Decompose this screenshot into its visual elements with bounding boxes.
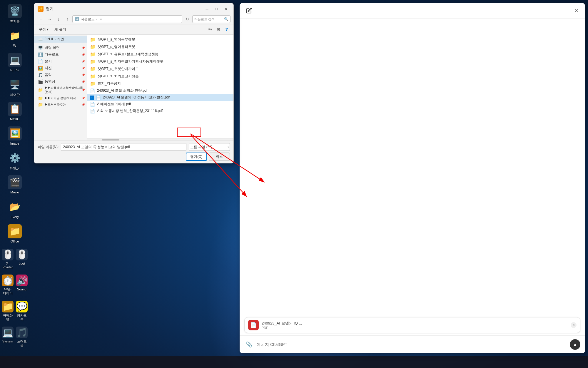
folder-icon-6: 📁 [90,73,96,79]
desktop-icon-control[interactable]: 🖥️ 제어판 [2,76,28,98]
file-item-chatgpt5[interactable]: 📁 챗GPT_s_챗봇안내가이드 [87,65,233,73]
sidebar-item-photos[interactable]: 🖼️ 사진 📌 [34,65,87,71]
nav-dropdown-button[interactable]: ↓ [55,15,62,23]
chat-input-area: 📎 ▲ [240,335,585,353]
nav-up-button[interactable]: ↑ [64,15,71,23]
sidebar-books-label: ▶도서부록(CD) [45,103,66,107]
file-item-pdf3[interactable]: 📄 AI에이전트의미래.pdf [87,101,233,108]
view-list-button[interactable]: ≡▾ [206,26,214,33]
file-item-pdf1[interactable]: 📄 240923_AI 모델 최적화 전략.pdf [87,87,233,94]
address-bar[interactable]: ⬇️ 다운로드 › ▾ [72,15,182,23]
buttons-row: 열기(O) 취소 [38,153,230,161]
filename-input[interactable] [61,143,186,151]
new-folder-button[interactable]: 새 폴더 [53,26,68,33]
search-input[interactable] [194,17,223,21]
desktop-icon-office[interactable]: 📁 Office [2,223,28,245]
file-name-2: 챗GPT_s_영어튜터챗봇 [98,44,135,49]
compose-button[interactable]: 구성 ▾ [37,26,50,33]
file-item-chatgpt1[interactable]: 📁 챗GPT_s_영어공부챗봇 [87,36,233,43]
desktop-icon-barang[interactable]: 📁 바탕화면 [1,300,14,322]
sidebar: ☁️ JIN IL - 개인 🖥️ 바탕 화면 📌 ⬇️ 다운로드 📌 📄 문서 [34,35,87,140]
image-icon: 🖼️ [8,126,22,140]
nav-forward-button[interactable]: → [46,15,54,23]
scroll-thumb[interactable] [102,139,119,140]
desktop-icon-system[interactable]: 💻 System [1,325,14,348]
desktop-icon-movie[interactable]: 🎬 Movie [2,174,28,195]
search-bar[interactable]: 🔍 [192,15,230,23]
horizontal-scrollbar[interactable] [87,138,233,140]
sidebar-item-video[interactable]: 🎬 동영상 📌 [34,78,87,85]
desktop-icon-every[interactable]: 📂 Every [2,199,28,220]
address-separator: › [96,18,97,21]
file-item-pdf4[interactable]: 📄 AI와 노동시장 변화_한국은행_231116.pdf [87,108,233,114]
dialog-title-bar: ✨ 열기 ─ □ ✕ [34,3,233,14]
chat-send-button[interactable]: ▲ [570,339,580,350]
maximize-button[interactable]: □ [212,6,220,12]
movie-label: Movie [10,190,19,194]
mypc-icon: 💻 [8,53,22,67]
desktop-icon-recyclebin[interactable]: 🗑️ 휴지통 [2,3,28,24]
desktop-icon-mypc[interactable]: 💻 내 PC [2,52,28,73]
attachment-info: 240923_AI 모델의 IQ ... PDF [262,321,568,329]
attachment-remove-button[interactable]: × [571,322,577,328]
chatgpt-close-button[interactable]: ✕ [572,6,580,15]
file-item-chatgpt6[interactable]: 📁 챗GPT_s_회의보고서챗봇 [87,73,233,80]
view-details-button[interactable]: ⊟ [215,26,222,33]
file-item-chatgpt4[interactable]: 📁 챗GPT_s_전자책발간기획서자동제작챗봇 [87,58,233,65]
desktop-icon-norae[interactable]: 🎵 노래모음 [15,325,28,348]
refresh-button[interactable]: ↻ [183,15,191,23]
file-item-cover[interactable]: 📁 표지_각종공지 [87,80,233,87]
view-help-button[interactable]: ? [223,26,230,33]
open-button[interactable]: 열기(O) [186,153,207,161]
sidebar-item-books[interactable]: 📁 ▶도서부록(CD) 📌 [34,101,87,108]
image-label: Image [10,142,19,145]
dialog-title-text: 열기 [46,6,54,11]
cancel-button[interactable]: 취소 [209,153,230,161]
file-name-6: 챗GPT_s_회의보고서챗봇 [98,74,139,79]
desktop-icon-sound[interactable]: 🔊 Sound [15,273,28,296]
desktop-icon-mybc[interactable]: 📋 MYBC [2,101,28,122]
icon-row-tools: 🖱️ X-Pointer 🖱️ Logi [1,247,28,270]
norae-label: 노래모음 [16,339,27,347]
sidebar-photos-label: 사진 [45,66,52,71]
jinil-label: JIN IL - 개인 [45,37,64,42]
nav-back-button[interactable]: ← [37,15,45,23]
wfolder-icon: 📁 [8,29,22,43]
movie-icon: 🎬 [8,175,22,189]
sidebar-music-pin: 📌 [82,73,85,76]
filetype-select[interactable]: 모든 파일 (*.*) [189,143,230,151]
file-name-pdf3: AI에이전트의미래.pdf [97,102,131,107]
file-item-chatgpt2[interactable]: 📁 챗GPT_s_영어튜터챗봇 [87,43,233,51]
filename-row: 파일 이름(N): 모든 파일 (*.*) ▾ [38,143,230,151]
file-item-chatgpt3[interactable]: 📁 챗GPT_s_유튜브+블로그제목생성챗봇 [87,51,233,58]
dialog-close-button[interactable]: ✕ [222,6,230,12]
kakao-label: 카카오톡 [16,314,27,321]
sidebar-item-jinil[interactable]: ☁️ JIN IL - 개인 [34,36,87,43]
sidebar-elearning-pin: 📌 [82,97,85,100]
chat-message-input[interactable] [257,342,567,347]
file-item-pdf2-selected[interactable]: 📄 240923_AI 모델의 IQ 성능 비교와 발전.pdf [87,94,233,101]
logi-icon: 🖱️ [16,249,28,260]
desktop-icon-timer[interactable]: ⏱️ 유틸-타이머 [1,273,14,296]
sidebar-item-music[interactable]: 🎵 음악 📌 [34,71,87,78]
sidebar-item-docs[interactable]: 📄 문서 📌 [34,58,87,65]
recyclebin-label: 휴지통 [10,19,20,23]
chat-attach-button[interactable]: 📎 [244,340,254,349]
sidebar-item-download[interactable]: ⬇️ 다운로드 📌 [34,51,87,58]
control-label: 제어판 [10,93,20,97]
sound-label: Sound [17,287,26,291]
check-box-pdf2 [90,96,94,100]
desktop-icon-xpointer[interactable]: 🖱️ X-Pointer [1,247,14,270]
address-dropdown[interactable]: ▾ [98,15,104,23]
desktop-icon-yutil[interactable]: ⚙️ 유틸_Z [2,150,28,171]
desktop-icon-kakao[interactable]: 💬 카카오톡 [15,300,28,322]
desktop-icon-logi[interactable]: 🖱️ Logi [15,247,28,270]
sidebar-item-paplet[interactable]: 📁 ▶▶파플웨어교육컨설팅그룹(현재) 📌 [34,85,87,95]
desktop-icon-image[interactable]: 🖼️ Image [2,125,28,147]
minimize-button[interactable]: ─ [203,6,211,12]
sidebar-item-desktop[interactable]: 🖥️ 바탕 화면 📌 [34,44,87,51]
desktop-icon-wfolder[interactable]: 📁 W [2,27,28,49]
sidebar-item-elearning[interactable]: 📁 ▶▶이러닝 콘텐츠 제작 📌 [34,95,87,101]
sidebar-paplet-icon: 📁 [38,88,43,92]
edit-icon[interactable] [244,6,254,15]
